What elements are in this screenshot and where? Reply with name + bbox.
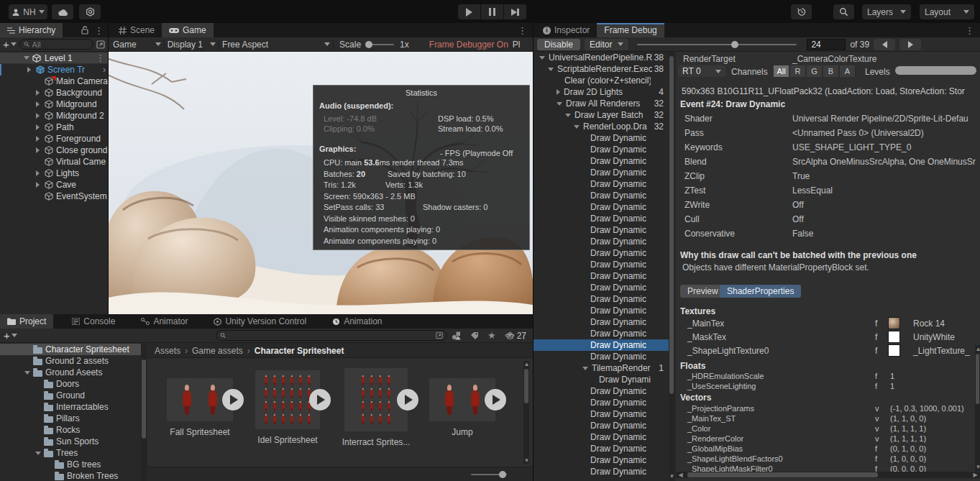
expand-arrow-icon[interactable] — [36, 101, 40, 107]
game-viewport[interactable]: Statistics Audio (suspended): Level: -74… — [109, 52, 533, 314]
asset-item-jump[interactable]: Jump — [423, 367, 502, 437]
frame-event-row[interactable]: Draw Dynamic — [533, 316, 669, 328]
channel-button-all[interactable]: All — [774, 65, 789, 77]
breadcrumb-segment[interactable]: Assets — [155, 346, 180, 356]
frame-event-row[interactable]: Draw Dynamic — [533, 270, 669, 282]
open-window-icon[interactable] — [436, 331, 443, 339]
expand-arrow-icon[interactable] — [539, 56, 545, 60]
play-preview-button[interactable] — [309, 389, 331, 411]
folder-item-ground-2-assets[interactable]: Ground 2 assets — [0, 355, 146, 367]
filter-by-label-icon[interactable] — [470, 331, 479, 340]
play-preview-button[interactable] — [222, 389, 244, 411]
undo-history-button[interactable] — [791, 4, 812, 19]
frame-tree-scrollbar[interactable]: ▼ — [669, 52, 674, 481]
prev-frame-button[interactable] — [874, 39, 895, 50]
expand-arrow-icon[interactable] — [582, 367, 588, 370]
frame-event-row[interactable]: Draw Dynamic — [533, 247, 669, 259]
channel-button-r[interactable]: R — [790, 65, 806, 77]
folder-item-broken-trees[interactable]: Broken Trees — [0, 470, 146, 481]
frame-event-row[interactable]: Draw Dynamic — [533, 374, 669, 385]
levels-slider[interactable] — [895, 66, 976, 75]
thumbnail-size-slider[interactable] — [471, 474, 507, 475]
expand-arrow-icon[interactable] — [36, 136, 40, 142]
frame-event-row[interactable]: Draw All Renderers32 — [533, 98, 669, 109]
frame-event-row[interactable]: Draw Dynamic — [533, 454, 669, 466]
frame-event-row[interactable]: Draw Dynamic — [533, 408, 669, 420]
aspect-dropdown[interactable]: Free Aspect — [222, 40, 330, 50]
hierarchy-item-lights[interactable]: Lights — [0, 168, 108, 179]
folder-tree-scrollbar[interactable] — [141, 344, 147, 481]
frame-event-row[interactable]: Draw Dynamic — [533, 328, 669, 339]
hierarchy-item-background[interactable]: Background — [0, 87, 108, 99]
frame-event-row[interactable]: Draw Dynamic — [533, 443, 669, 454]
tab-inspector[interactable]: i Inspector — [536, 23, 597, 37]
game-menu-icon[interactable]: ⋮ — [518, 23, 533, 37]
asset-grid-scrollbar[interactable]: ▲ ▼ — [523, 361, 529, 464]
frame-event-row[interactable]: Draw Dynamic — [533, 420, 669, 431]
expand-arrow-icon[interactable] — [36, 182, 40, 188]
frame-event-row[interactable]: UniversalRenderPipeline.R38 — [533, 52, 669, 63]
lock-icon[interactable] — [507, 331, 513, 339]
tab-console[interactable]: Console — [65, 314, 122, 329]
frame-event-row[interactable]: Draw 2D Lights4 — [533, 86, 669, 98]
step-button[interactable] — [504, 4, 526, 19]
project-search-input[interactable] — [216, 330, 447, 341]
layout-dropdown[interactable]: Layout — [920, 4, 974, 19]
expand-arrow-icon[interactable] — [35, 452, 41, 455]
frame-event-row[interactable]: Draw Dynamic — [533, 190, 669, 201]
folder-item-rocks[interactable]: Rocks — [0, 424, 146, 436]
expand-arrow-icon[interactable] — [548, 68, 554, 71]
frame-debugger-indicator[interactable]: Frame Debugger On — [429, 40, 508, 50]
frame-event-row[interactable]: Draw Dynamic — [533, 466, 669, 477]
tab-unity-version-control[interactable]: Unity Version Control — [206, 314, 313, 329]
breadcrumb-segment[interactable]: Game assets — [192, 346, 243, 356]
expand-arrow-icon[interactable] — [36, 124, 40, 130]
details-scrollbar[interactable]: ▲ ▼ — [975, 345, 980, 471]
play-button[interactable] — [458, 4, 480, 19]
frame-event-row[interactable]: Draw Dynamic — [533, 167, 669, 178]
account-button[interactable]: NH — [9, 4, 47, 19]
hierarchy-search-input[interactable] — [19, 39, 93, 50]
scale-slider[interactable] — [367, 44, 394, 45]
frame-event-row[interactable]: Draw Dynamic — [533, 178, 669, 190]
frame-event-row[interactable]: Draw Dynamic — [533, 397, 669, 408]
frame-event-row[interactable]: Draw Dynamic — [533, 282, 669, 293]
folder-item-sun-sports[interactable]: Sun Sports — [0, 436, 146, 447]
unlock-icon[interactable] — [81, 26, 88, 35]
expand-arrow-icon[interactable] — [557, 89, 560, 95]
shader-properties-tab-button[interactable]: ShaderProperties — [720, 285, 801, 298]
expand-arrow-icon[interactable] — [36, 170, 40, 176]
frame-event-row[interactable]: Draw Dynamic — [533, 259, 669, 270]
services-button[interactable] — [79, 4, 101, 19]
frame-slider[interactable] — [637, 44, 797, 45]
cloud-button[interactable] — [52, 4, 73, 19]
play-focused-dropdown[interactable]: Pl — [513, 40, 521, 50]
scene-menu-icon[interactable]: ⋮ — [96, 52, 108, 63]
frame-event-row[interactable]: Draw Dynamic — [533, 224, 669, 236]
hierarchy-menu-icon[interactable]: ⋮ — [94, 25, 104, 36]
hierarchy-item-path[interactable]: Path — [0, 122, 108, 133]
frame-event-row[interactable]: ScriptableRenderer.Exec38 — [533, 63, 669, 75]
hierarchy-item-close-ground[interactable]: Close ground — [0, 145, 108, 156]
folder-item-character-spritesheet[interactable]: Character Spritesheet — [0, 344, 146, 355]
hierarchy-item-screen-tr[interactable]: Screen Tr› — [0, 64, 108, 75]
tab-game[interactable]: Game — [162, 23, 214, 37]
tab-scene[interactable]: Scene — [111, 23, 162, 37]
hierarchy-item-cave[interactable]: Cave — [0, 179, 108, 191]
frame-event-row[interactable]: Draw Dynamic — [533, 144, 669, 155]
display-dropdown[interactable]: Display 1 — [168, 40, 216, 50]
frame-event-row[interactable]: Draw Dynamic — [533, 213, 669, 224]
folder-item-trees[interactable]: Trees — [0, 447, 146, 459]
game-mode-dropdown[interactable]: Game — [113, 40, 161, 50]
folder-item-pillars[interactable]: Pillars — [0, 413, 146, 424]
expand-arrow-icon[interactable] — [24, 56, 29, 60]
add-object-button[interactable]: + — [3, 41, 17, 48]
favorites-star-icon[interactable]: ★ — [487, 330, 496, 341]
play-preview-button[interactable] — [485, 389, 506, 411]
expand-arrow-icon[interactable] — [27, 67, 31, 73]
channel-button-g[interactable]: G — [807, 65, 823, 77]
preview-tab-button[interactable]: Preview — [680, 285, 725, 298]
expand-arrow-icon[interactable] — [557, 102, 562, 106]
folder-item-interractables[interactable]: Interractables — [0, 401, 146, 413]
frame-event-row[interactable]: Draw Dynamic — [533, 236, 669, 247]
